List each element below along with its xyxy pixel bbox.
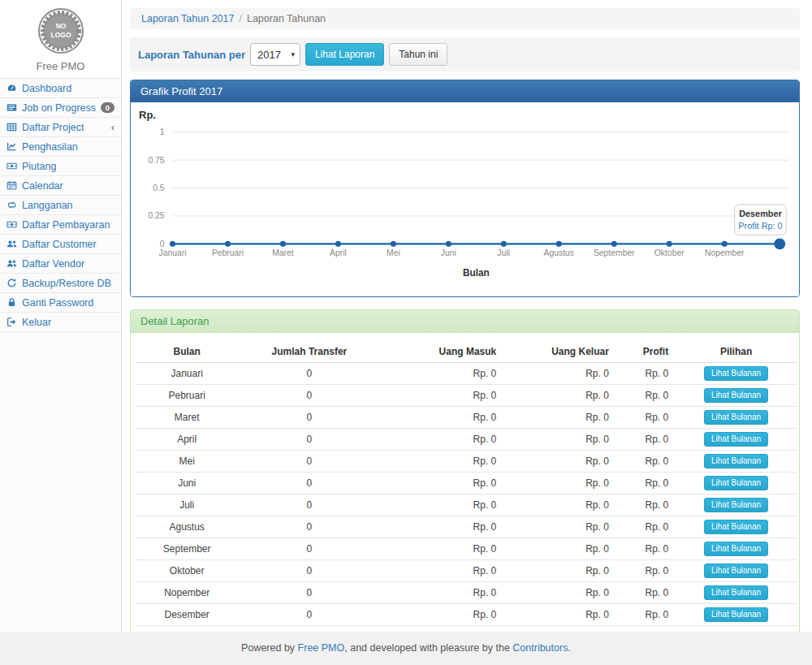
data-point-nopember[interactable] xyxy=(722,241,728,247)
users-icon xyxy=(6,239,17,249)
table-row: Januari0Rp. 0Rp. 0Rp. 0Lihat Bulanan xyxy=(136,363,797,385)
cell-profit: Rp. 0 xyxy=(615,385,675,407)
svg-text:Pebruari: Pebruari xyxy=(212,248,244,257)
cell-pilihan: Lihat Bulanan xyxy=(675,538,797,560)
cell-keluar: Rp. 0 xyxy=(503,407,615,429)
cell-keluar: Rp. 0 xyxy=(503,560,615,582)
view-monthly-button[interactable]: Lihat Bulanan xyxy=(704,476,768,490)
breadcrumb-link-laporan-tahun[interactable]: Laporan Tahun 2017 xyxy=(141,13,234,24)
svg-text:Juli: Juli xyxy=(498,248,511,257)
sidebar-item-ganti-password[interactable]: Ganti Password xyxy=(0,293,121,313)
sidebar-item-label: Langganan xyxy=(22,200,73,211)
view-monthly-button[interactable]: Lihat Bulanan xyxy=(704,454,768,469)
table-row: Pebruari0Rp. 0Rp. 0Rp. 0Lihat Bulanan xyxy=(136,385,797,407)
cell-pilihan: Lihat Bulanan xyxy=(675,429,797,451)
svg-text:0.25: 0.25 xyxy=(148,211,164,220)
cell-jumlah: 0 xyxy=(238,363,380,385)
view-monthly-button[interactable]: Lihat Bulanan xyxy=(704,520,768,534)
sidebar-item-dashboard[interactable]: Dashboard xyxy=(0,79,121,98)
sidebar-item-label: Dashboard xyxy=(22,83,71,94)
chart-tooltip: DesemberProfit Rp: 0 xyxy=(735,205,786,235)
view-monthly-button[interactable]: Lihat Bulanan xyxy=(704,388,768,403)
sidebar-item-label: Penghasilan xyxy=(22,141,78,153)
data-point-juni[interactable] xyxy=(446,241,451,247)
cell-keluar: Rp. 0 xyxy=(503,451,615,473)
view-monthly-button[interactable]: Lihat Bulanan xyxy=(704,607,768,622)
cell-pilihan: Lihat Bulanan xyxy=(675,451,797,473)
data-point-september[interactable] xyxy=(611,241,617,247)
cell-keluar: Rp. 0 xyxy=(503,494,615,516)
money-icon xyxy=(6,219,17,230)
main-content: Laporan Tahun 2017/Laporan Tahunan Lapor… xyxy=(122,0,812,632)
cell-keluar: Rp. 0 xyxy=(503,385,615,407)
view-monthly-button[interactable]: Lihat Bulanan xyxy=(704,432,768,447)
data-point-maret[interactable] xyxy=(280,241,286,247)
view-monthly-button[interactable]: Lihat Bulanan xyxy=(704,410,768,425)
data-point-januari[interactable] xyxy=(170,241,175,247)
view-monthly-button[interactable]: Lihat Bulanan xyxy=(704,498,768,512)
profit-line-chart: 10.750.50.250JanuariPebruariMaretAprilMe… xyxy=(137,121,796,290)
svg-text:Mei: Mei xyxy=(387,248,400,257)
sidebar-item-job-on-progress[interactable]: Job on Progress0 xyxy=(0,98,121,118)
status-badge: 0 xyxy=(101,102,114,113)
data-point-desember[interactable] xyxy=(774,238,785,249)
cell-keluar: Rp. 0 xyxy=(503,582,615,604)
view-report-button[interactable]: Lihat Laporan xyxy=(305,43,384,66)
svg-text:Desember: Desember xyxy=(739,209,782,218)
cell-jumlah: 0 xyxy=(238,560,380,582)
footer-link-contributors[interactable]: Contributors xyxy=(512,642,568,654)
year-select[interactable]: 2017 ▾ xyxy=(250,43,300,66)
sidebar-item-piutang[interactable]: Piutang xyxy=(0,157,121,176)
data-point-juli[interactable] xyxy=(501,241,507,247)
svg-text:September: September xyxy=(594,248,635,257)
breadcrumb: Laporan Tahun 2017/Laporan Tahunan xyxy=(130,8,800,29)
breadcrumb-separator: / xyxy=(239,13,241,24)
column-header-uang-keluar: Uang Keluar xyxy=(503,341,615,363)
sidebar-item-backup-restore-db[interactable]: Backup/Restore DB xyxy=(0,274,121,293)
column-header-uang-masuk: Uang Masuk xyxy=(381,341,503,363)
sidebar-item-langganan[interactable]: Langganan xyxy=(0,196,121,215)
view-monthly-button[interactable]: Lihat Bulanan xyxy=(704,542,768,556)
cell-pilihan: Lihat Bulanan xyxy=(675,604,797,626)
svg-text:Juni: Juni xyxy=(441,248,456,257)
report-toolbar: Laporan Tahunan per 2017 ▾ Lihat Laporan… xyxy=(130,37,800,71)
data-point-mei[interactable] xyxy=(391,241,396,247)
svg-text:Profit Rp: 0: Profit Rp: 0 xyxy=(738,221,782,231)
cell-jumlah: 0 xyxy=(238,538,380,560)
cell-profit: Rp. 0 xyxy=(615,582,675,604)
sidebar-item-keluar[interactable]: Keluar xyxy=(0,313,121,332)
cell-keluar: Rp. 0 xyxy=(503,604,615,626)
table-row: Juli0Rp. 0Rp. 0Rp. 0Lihat Bulanan xyxy=(136,494,797,516)
data-point-oktober[interactable] xyxy=(667,241,672,247)
sidebar-item-daftar-project[interactable]: Daftar Project‹ xyxy=(0,118,121,137)
cell-profit: Rp. 0 xyxy=(615,473,675,494)
cell-pilihan: Lihat Bulanan xyxy=(675,516,797,538)
sidebar-item-penghasilan[interactable]: Penghasilan xyxy=(0,137,121,157)
footer-link-free-pmo[interactable]: Free PMO xyxy=(298,642,345,654)
view-monthly-button[interactable]: Lihat Bulanan xyxy=(704,585,768,600)
view-monthly-button[interactable]: Lihat Bulanan xyxy=(704,366,768,381)
sidebar-item-label: Daftar Customer xyxy=(22,239,97,250)
cell-profit: Rp. 0 xyxy=(615,538,675,560)
sidebar-item-daftar-vendor[interactable]: Daftar Vendor xyxy=(0,254,121,274)
this-year-button[interactable]: Tahun ini xyxy=(389,43,447,66)
table-icon xyxy=(6,122,17,132)
data-point-pebruari[interactable] xyxy=(225,241,231,247)
total-cell-keluar: Rp. 0 xyxy=(503,626,615,633)
column-header-pilihan: Pilihan xyxy=(675,341,797,363)
cell-profit: Rp. 0 xyxy=(615,494,675,516)
sidebar-item-daftar-pembayaran[interactable]: Daftar Pembayaran xyxy=(0,215,121,235)
data-point-agustus[interactable] xyxy=(556,241,562,247)
view-monthly-button[interactable]: Lihat Bulanan xyxy=(704,564,768,578)
cell-bulan: Januari xyxy=(136,363,238,385)
column-header-profit: Profit xyxy=(615,341,675,363)
total-cell-masuk: Rp. 0 xyxy=(381,626,503,633)
cell-profit: Rp. 0 xyxy=(615,451,675,473)
sidebar-item-calendar[interactable]: Calendar xyxy=(0,176,121,196)
sidebar-item-daftar-customer[interactable]: Daftar Customer xyxy=(0,235,121,254)
data-point-april[interactable] xyxy=(335,241,341,247)
total-cell-jumlah: 0 xyxy=(238,626,380,633)
sign-out-icon xyxy=(6,317,17,327)
cell-bulan: September xyxy=(136,538,238,560)
table-total-row: Total0Rp. 0Rp. 0Rp. 0 xyxy=(136,626,797,633)
